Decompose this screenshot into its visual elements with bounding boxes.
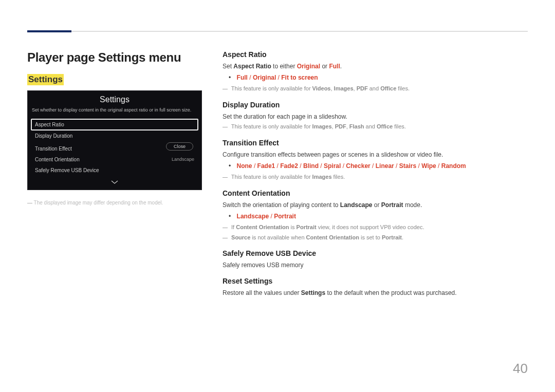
panel-item-content-orientation[interactable]: Content Orientation Landscape xyxy=(31,154,198,165)
option-list: Landscape / Portrait xyxy=(223,211,528,221)
subheading: Reset Settings xyxy=(223,277,528,285)
body-text: Configure transition effects between pag… xyxy=(223,150,528,159)
caption-text: The displayed image may differ depending… xyxy=(34,200,163,206)
panel-title: Settings xyxy=(28,91,201,107)
body-text: Restore all the values under Settings to… xyxy=(223,288,528,297)
page-number: 40 xyxy=(513,361,528,377)
panel-item-label: Content Orientation xyxy=(35,157,80,162)
panel-item-label: Aspect Ratio xyxy=(35,122,64,127)
subheading: Transition Effect xyxy=(223,139,528,147)
note: This feature is only available for Image… xyxy=(223,122,528,132)
settings-panel-screenshot: Settings Set whether to display content … xyxy=(27,90,202,190)
panel-item-label: Transition Effect xyxy=(35,146,72,152)
section-transition-effect: Transition Effect Configure transition e… xyxy=(223,139,528,182)
section-reset-settings: Reset Settings Restore all the values un… xyxy=(223,277,528,297)
body-text: Set Aspect Ratio to either Original or F… xyxy=(223,62,528,71)
section-safely-remove-usb: Safely Remove USB Device Safely removes … xyxy=(223,249,528,270)
subheading: Safely Remove USB Device xyxy=(223,249,528,257)
panel-description: Set whether to display content in the or… xyxy=(28,107,201,118)
section-display-duration: Display Duration Set the duration for ea… xyxy=(223,101,528,132)
section-aspect-ratio: Aspect Ratio Set Aspect Ratio to either … xyxy=(223,50,528,94)
header-accent xyxy=(27,30,71,32)
chevron-down-icon[interactable] xyxy=(28,178,201,190)
panel-item-safely-remove-usb[interactable]: Safely Remove USB Device xyxy=(31,165,198,176)
caption-dash: ― xyxy=(27,200,32,206)
panel-item-label: Safely Remove USB Device xyxy=(35,167,99,173)
note: Source is not available when Content Ori… xyxy=(223,233,528,242)
option-list: Full / Original / Fit to screen xyxy=(223,72,528,83)
option-list: None / Fade1 / Fade2 / Blind / Spiral / … xyxy=(223,161,528,171)
section-content-orientation: Content Orientation Switch the orientati… xyxy=(223,189,528,242)
panel-list: Aspect Ratio Display Duration Close Tran… xyxy=(28,118,201,178)
header-rule xyxy=(27,31,528,32)
note: This feature is only available for Video… xyxy=(223,84,528,94)
panel-item-value: Landscape xyxy=(172,157,194,162)
caption: ― The displayed image may differ dependi… xyxy=(27,199,207,206)
subheading: Display Duration xyxy=(223,101,528,109)
note: This feature is only available for Image… xyxy=(223,173,528,182)
subheading: Content Orientation xyxy=(223,189,528,197)
body-text: Safely removes USB memory xyxy=(223,260,528,270)
panel-item-display-duration[interactable]: Display Duration xyxy=(31,130,198,141)
page-title: Player page Settings menu xyxy=(27,50,207,65)
section-heading-settings: Settings xyxy=(27,74,64,85)
note: If Content Orientation is Portrait view,… xyxy=(223,223,528,232)
body-text: Set the duration for each page in a slid… xyxy=(223,112,528,121)
panel-item-aspect-ratio[interactable]: Aspect Ratio xyxy=(31,119,198,130)
subheading: Aspect Ratio xyxy=(223,50,528,59)
close-button[interactable]: Close xyxy=(166,142,193,151)
body-text: Switch the orientation of playing conten… xyxy=(223,200,528,210)
panel-item-label: Display Duration xyxy=(35,133,72,139)
